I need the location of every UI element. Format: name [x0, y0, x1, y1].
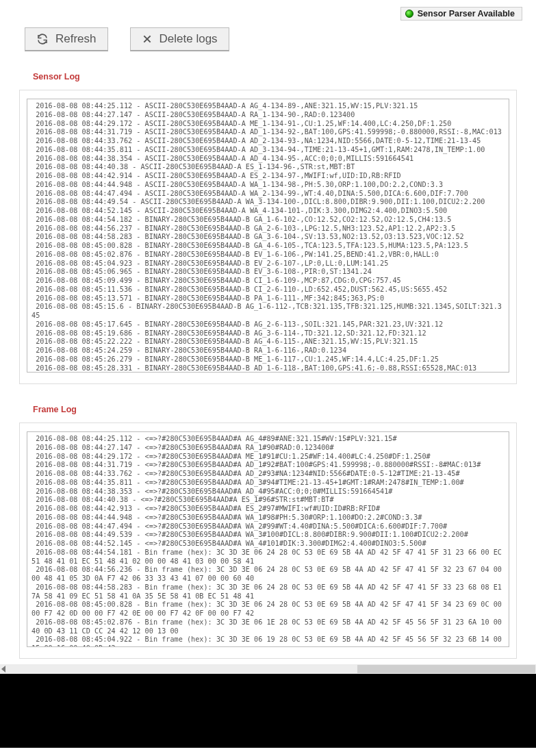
scroll-left-icon — [1, 666, 5, 672]
sensor-log-title: Sensor Log — [0, 51, 536, 90]
status-label: Sensor Parser Available — [418, 9, 515, 18]
sensor-parser-status: Sensor Parser Available — [400, 7, 522, 21]
refresh-label: Refresh — [55, 32, 97, 46]
unused-region — [0, 674, 536, 748]
delete-logs-button[interactable]: Delete logs — [130, 27, 229, 51]
horizontal-scrollbar[interactable] — [0, 664, 536, 674]
close-icon — [142, 34, 153, 45]
frame-log-textarea[interactable] — [27, 431, 509, 647]
sensor-log-textarea[interactable] — [27, 99, 509, 373]
delete-logs-label: Delete logs — [159, 32, 218, 46]
sensor-log-frame — [19, 90, 517, 384]
status-led-icon — [405, 10, 413, 18]
refresh-icon — [36, 33, 49, 45]
frame-log-title: Frame Log — [0, 384, 536, 423]
toolbar: Refresh Delete logs — [0, 21, 536, 51]
scrollbar-thumb[interactable] — [357, 665, 535, 673]
refresh-button[interactable]: Refresh — [25, 27, 108, 51]
frame-log-frame — [19, 423, 517, 659]
status-bar: Sensor Parser Available — [0, 0, 536, 21]
